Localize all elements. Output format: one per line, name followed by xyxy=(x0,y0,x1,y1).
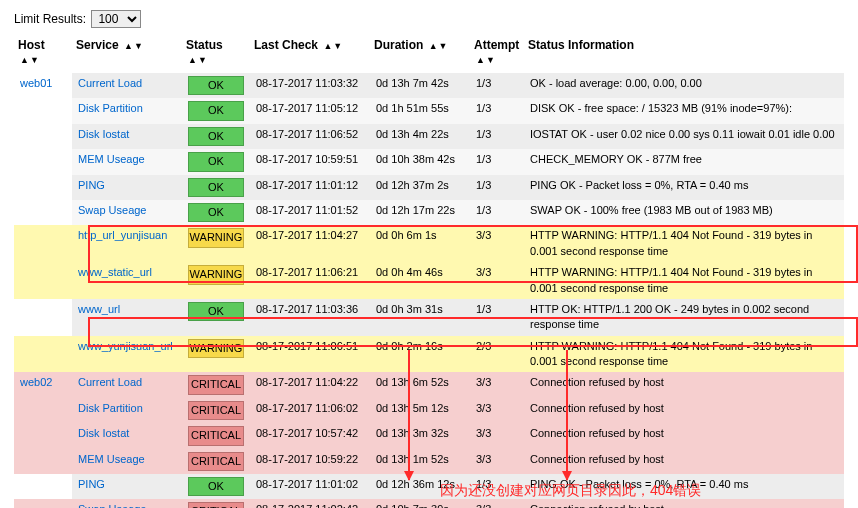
service-link[interactable]: Disk Partition xyxy=(78,102,143,114)
status-info-cell: Connection refused by host xyxy=(524,372,844,397)
service-cell: www_url xyxy=(72,299,182,336)
service-link[interactable]: PING xyxy=(78,478,105,490)
status-cell: CRITICAL xyxy=(182,449,250,474)
service-status-table: Host ▲▼ Service ▲▼ Status ▲▼ Last Check … xyxy=(14,36,844,508)
duration-cell: 0d 0h 3m 31s xyxy=(370,299,470,336)
table-row: MEM UseageCRITICAL08-17-2017 10:59:220d … xyxy=(14,449,844,474)
service-cell: MEM Useage xyxy=(72,149,182,174)
col-attempt[interactable]: Attempt ▲▼ xyxy=(470,36,524,73)
table-row: PINGOK08-17-2017 11:01:020d 12h 36m 12s1… xyxy=(14,474,844,499)
status-info-cell: HTTP WARNING: HTTP/1.1 404 Not Found - 3… xyxy=(524,336,844,373)
service-link[interactable]: Disk Partition xyxy=(78,402,143,414)
status-info-cell: HTTP WARNING: HTTP/1.1 404 Not Found - 3… xyxy=(524,262,844,299)
table-row: Swap UseageOK08-17-2017 11:01:520d 12h 1… xyxy=(14,200,844,225)
last-check-cell: 08-17-2017 11:03:32 xyxy=(250,73,370,99)
host-cell xyxy=(14,124,72,149)
last-check-cell: 08-17-2017 10:57:42 xyxy=(250,423,370,448)
col-status[interactable]: Status ▲▼ xyxy=(182,36,250,73)
service-cell: Disk Partition xyxy=(72,98,182,123)
host-cell: web01 xyxy=(14,73,72,99)
attempt-cell: 3/3 xyxy=(470,225,524,262)
service-link[interactable]: MEM Useage xyxy=(78,453,145,465)
attempt-cell: 3/3 xyxy=(470,372,524,397)
attempt-cell: 3/3 xyxy=(470,449,524,474)
host-cell xyxy=(14,149,72,174)
status-badge: OK xyxy=(188,203,244,222)
service-link[interactable]: http_url_yunjisuan xyxy=(78,229,167,241)
sort-icon[interactable]: ▲▼ xyxy=(188,56,207,64)
status-cell: OK xyxy=(182,124,250,149)
status-info-cell: PING OK - Packet loss = 0%, RTA = 0.40 m… xyxy=(524,175,844,200)
table-row: PINGOK08-17-2017 11:01:120d 12h 37m 2s1/… xyxy=(14,175,844,200)
sort-icon[interactable]: ▲▼ xyxy=(20,56,39,64)
last-check-cell: 08-17-2017 11:06:02 xyxy=(250,398,370,423)
service-link[interactable]: Disk Iostat xyxy=(78,427,129,439)
col-duration[interactable]: Duration ▲▼ xyxy=(370,36,470,73)
last-check-cell: 08-17-2017 11:02:42 xyxy=(250,499,370,508)
service-link[interactable]: Swap Useage xyxy=(78,503,147,508)
service-link[interactable]: Current Load xyxy=(78,376,142,388)
service-link[interactable]: PING xyxy=(78,179,105,191)
col-status-info: Status Information xyxy=(524,36,844,73)
limit-results-select[interactable]: 100 xyxy=(91,10,141,28)
service-cell: http_url_yunjisuan xyxy=(72,225,182,262)
service-link[interactable]: www_yunjisuan_url xyxy=(78,340,173,352)
status-cell: OK xyxy=(182,149,250,174)
attempt-cell: 3/3 xyxy=(470,423,524,448)
service-link[interactable]: Disk Iostat xyxy=(78,128,129,140)
service-cell: Disk Partition xyxy=(72,398,182,423)
status-info-cell: CHECK_MEMORY OK - 877M free xyxy=(524,149,844,174)
status-cell: OK xyxy=(182,98,250,123)
status-badge: CRITICAL xyxy=(188,502,244,508)
status-badge: CRITICAL xyxy=(188,452,244,471)
status-cell: CRITICAL xyxy=(182,398,250,423)
duration-cell: 0d 0h 6m 1s xyxy=(370,225,470,262)
status-info-cell: Connection refused by host xyxy=(524,499,844,508)
host-link[interactable]: web01 xyxy=(20,77,52,89)
service-cell: PING xyxy=(72,474,182,499)
limit-results-label: Limit Results: xyxy=(14,12,86,26)
sort-icon[interactable]: ▲▼ xyxy=(429,42,448,50)
table-row: www_urlOK08-17-2017 11:03:360d 0h 3m 31s… xyxy=(14,299,844,336)
status-badge: OK xyxy=(188,152,244,171)
table-row: Disk IostatCRITICAL08-17-2017 10:57:420d… xyxy=(14,423,844,448)
status-cell: CRITICAL xyxy=(182,423,250,448)
service-cell: Disk Iostat xyxy=(72,423,182,448)
status-info-cell: DISK OK - free space: / 15323 MB (91% in… xyxy=(524,98,844,123)
host-cell xyxy=(14,423,72,448)
service-link[interactable]: Current Load xyxy=(78,77,142,89)
service-link[interactable]: MEM Useage xyxy=(78,153,145,165)
host-cell xyxy=(14,449,72,474)
sort-icon[interactable]: ▲▼ xyxy=(323,42,342,50)
status-cell: CRITICAL xyxy=(182,499,250,508)
col-service[interactable]: Service ▲▼ xyxy=(72,36,182,73)
status-info-cell: Connection refused by host xyxy=(524,398,844,423)
sort-icon[interactable]: ▲▼ xyxy=(124,42,143,50)
status-badge: WARNING xyxy=(188,265,244,284)
service-link[interactable]: www_static_url xyxy=(78,266,152,278)
attempt-cell: 1/3 xyxy=(470,124,524,149)
table-row: Disk IostatOK08-17-2017 11:06:520d 13h 4… xyxy=(14,124,844,149)
status-info-cell: HTTP WARNING: HTTP/1.1 404 Not Found - 3… xyxy=(524,225,844,262)
host-cell xyxy=(14,336,72,373)
service-link[interactable]: www_url xyxy=(78,303,120,315)
host-cell xyxy=(14,398,72,423)
duration-cell: 0d 13h 7m 42s xyxy=(370,73,470,99)
col-host[interactable]: Host ▲▼ xyxy=(14,36,72,73)
status-info-cell: IOSTAT OK - user 0.02 nice 0.00 sys 0.11… xyxy=(524,124,844,149)
service-cell: PING xyxy=(72,175,182,200)
col-last-check[interactable]: Last Check ▲▼ xyxy=(250,36,370,73)
table-row: Disk PartitionOK08-17-2017 11:05:120d 1h… xyxy=(14,98,844,123)
attempt-cell: 1/3 xyxy=(470,73,524,99)
status-cell: OK xyxy=(182,299,250,336)
duration-cell: 0d 0h 4m 46s xyxy=(370,262,470,299)
status-info-cell: Connection refused by host xyxy=(524,423,844,448)
duration-cell: 0d 10h 7m 39s xyxy=(370,499,470,508)
sort-icon[interactable]: ▲▼ xyxy=(476,56,495,64)
host-link[interactable]: web02 xyxy=(20,376,52,388)
table-row: Disk PartitionCRITICAL08-17-2017 11:06:0… xyxy=(14,398,844,423)
service-link[interactable]: Swap Useage xyxy=(78,204,147,216)
attempt-cell: 1/3 xyxy=(470,299,524,336)
limit-results-row: Limit Results: 100 xyxy=(14,10,844,28)
last-check-cell: 08-17-2017 11:06:51 xyxy=(250,336,370,373)
